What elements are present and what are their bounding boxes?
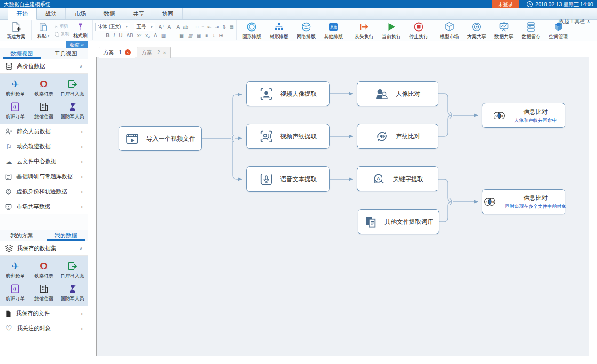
format-glyph[interactable]: ≡ [202,24,205,30]
dataset-flight-manifest[interactable]: ✈航班舱单 [1,260,30,279]
format-glyph[interactable]: ↕ [212,33,215,38]
network-layout-button[interactable]: 网络排版 [294,21,319,40]
format-glyph[interactable]: A [154,33,157,38]
flow-node-info-compare-2[interactable]: AB 信息比对 同时出现在多个文件中的对象 [482,189,565,214]
menu-tab[interactable]: 开始 [8,8,37,20]
format-glyph[interactable]: ▥ [188,33,192,38]
format-glyph[interactable]: I [113,33,115,38]
dataset-hotel-stay[interactable]: 旅馆住宿 [30,282,58,302]
format-glyph[interactable]: ab [183,24,188,30]
menu-tab[interactable]: 市场 [66,8,95,19]
sidebar-collapse-button[interactable]: 收缩« [66,41,88,48]
plan-tab-1[interactable]: 方案—1 × [99,47,135,58]
sidebar-item-label: 我关注的对象 [17,324,51,332]
tab-my-data[interactable]: 我的数据 [44,230,88,241]
flow-node-video-face-extract[interactable]: 视频人像提取 [246,81,330,106]
flow-node-speech-to-text[interactable]: 语音文本提取 [246,166,330,192]
stop-exec-button[interactable]: 停止执行 [406,21,431,40]
close-tab-icon[interactable]: × [125,49,131,55]
sidebar-item-label: 云文件中心数据 [17,158,56,166]
sidebar-item-saved-files[interactable]: 我保存的文件› [0,306,88,321]
tab-data-view[interactable]: 数据视图 [0,48,44,59]
format-glyph[interactable]: ⊞ [219,33,223,38]
format-glyph[interactable]: U [119,33,122,38]
format-glyph[interactable]: ∷ [195,24,198,30]
copy-button[interactable]: 复制 [55,31,69,37]
flow-node-other-files-lexicon[interactable]: 其他文件提取词库 [358,209,439,234]
model-market-button[interactable]: 模型市场 [437,21,462,40]
font-size-select[interactable]: 五号▾ [134,23,155,31]
dataset-military-personnel[interactable]: 国防军人员 [58,282,87,302]
sidebar-item-followed-objects[interactable]: ♡ 我关注的对象› [0,321,88,336]
data-retention-button[interactable]: 数据留存 [518,21,544,40]
dataset-flight-manifest[interactable]: ✈航班舱单 [1,78,30,97]
format-glyph[interactable]: x² [137,33,141,38]
format-glyph[interactable]: ⇤ [207,24,211,30]
sidebar-item-cloud-file-data[interactable]: ☁ 云文件中心数据› [0,154,88,169]
dataset-hotel-stay[interactable]: 旅馆住宿 [30,100,58,120]
login-status-badge[interactable]: 未登录 [492,0,519,8]
format-glyph[interactable]: x₂ [145,33,150,38]
menu-tab[interactable]: 协同 [153,8,183,19]
flow-node-keyword-extract[interactable]: A 关键字提取 [357,166,438,191]
dataset-rail-ticket[interactable]: Ω铁路订票 [30,260,58,279]
format-glyph[interactable]: ▦ [230,24,234,30]
format-glyph[interactable]: A⁺ [159,24,164,30]
format-glyph[interactable]: ⇅ [222,24,226,30]
chevron-right-icon: › [81,128,83,135]
format-glyph[interactable]: ▤ [179,33,183,38]
run-current-button[interactable]: 当前执行 [379,21,404,40]
font-family-select[interactable]: 宋体 (正文)▾ [95,23,130,31]
flow-node-face-compare[interactable]: 人像比对 [357,81,438,106]
close-tab-icon[interactable]: × [163,50,166,55]
flow-node-video-voiceprint-extract[interactable]: 视频声纹提取 [246,124,330,149]
dataset-border-entry[interactable]: 口岸出入境 [58,260,87,279]
cut-button[interactable]: ✂剪切 [55,24,69,30]
section-saved-datasets[interactable]: 我保存的数据集 ∨ [0,241,88,256]
other-layout-button[interactable]: 其他 其他排版 [321,21,346,40]
flow-node-info-compare-1[interactable]: AB 信息比对 人像和声纹共同命中 [482,103,565,128]
menu-tab[interactable]: 共享 [124,8,153,19]
font-family-value: 宋体 (正文) [98,24,121,30]
data-share-button[interactable]: 数据共享 [491,21,517,40]
sidebar-item-static-person-data[interactable]: 静态人员数据› [0,124,88,139]
section-high-value-data[interactable]: 高价值数据 ∨ [0,59,88,74]
paste-button[interactable]: 粘贴▾ [34,21,53,40]
sidebar-item-market-shared-data[interactable]: 市场共享数据› [0,199,88,214]
flow-canvas[interactable]: 导入一个视频文件 视频人像提取 视频声纹提取 语音文本提取 人像比对 声纹比对 … [96,57,589,356]
plan-share-button[interactable]: 方案共享 [464,21,489,40]
flow-node-voiceprint-compare[interactable]: 声纹比对 [357,124,438,149]
menu-tab[interactable]: 数据 [95,8,124,19]
titlebar: 大数据自主建模系统 未登录 2018-02-13 星期三 14:00 [0,0,597,8]
sidebar-item-research-library-data[interactable]: 基础调研与专题库数据› [0,169,88,184]
dataset-flight-order[interactable]: 航班订单 [1,282,30,302]
dataset-border-entry[interactable]: 口岸出入境 [58,78,87,97]
flow-node-import-video[interactable]: 导入一个视频文件 [119,126,202,151]
format-glyph[interactable]: ⇥ [215,24,219,30]
format-glyph[interactable]: B [106,33,109,38]
format-glyph[interactable]: ▦ [197,33,201,38]
format-painter-button[interactable]: 格式刷 [71,22,90,40]
format-glyph[interactable]: ▨ [161,33,166,38]
tab-my-plans[interactable]: 我的方案 [0,230,44,241]
format-glyph[interactable]: A [176,24,180,30]
menu-tab[interactable]: 战法 [37,8,66,19]
dataset-flight-order[interactable]: 航班订单 [1,100,30,120]
other-layout-icon: 其他 [328,21,339,32]
dataset-military-personnel[interactable]: 国防军人员 [58,100,87,120]
run-from-start-button[interactable]: 从头执行 [351,21,377,40]
flight-order-icon [10,282,20,295]
format-glyph[interactable]: AB [127,33,133,38]
dataset-rail-ticket[interactable]: Ω铁路订票 [30,78,58,97]
new-plan-button[interactable]: 新建方案 [3,21,29,40]
collapse-toolbar-button[interactable]: 收起工具栏∧ [559,18,590,25]
sidebar-item-dynamic-track-data[interactable]: ⚐ 动态轨迹数据› [0,139,88,154]
tab-tool-view[interactable]: 工具视图 [44,48,88,59]
plan-tab-2[interactable]: 方案—2 × [137,47,171,58]
sidebar-item-virtual-identity-data[interactable]: 虚拟身份和轨迹数据› [0,184,88,199]
venn-diagram-icon: AB [491,109,508,123]
circle-layout-button[interactable]: 圆形排版 [239,21,264,40]
tree-layout-button[interactable]: 树形排版 [266,21,292,40]
format-glyph[interactable]: ≡ [206,33,208,38]
format-glyph[interactable]: A⁻ [167,24,173,30]
